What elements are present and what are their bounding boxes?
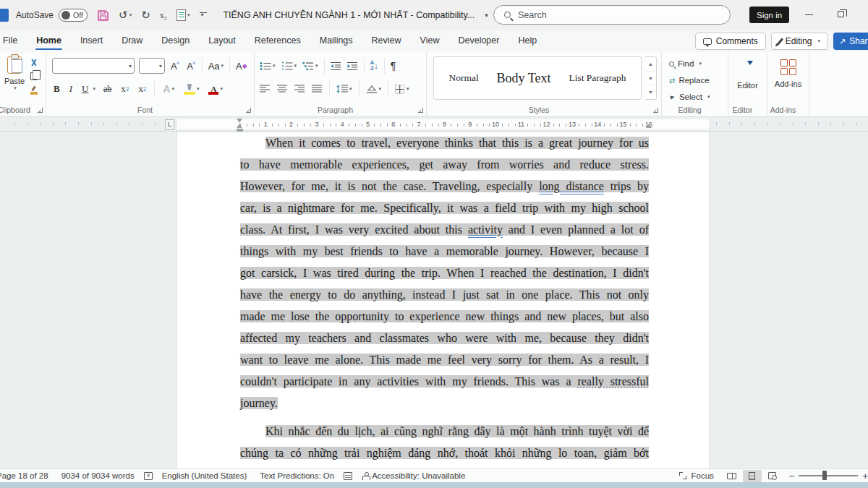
format-painter-button[interactable] [30, 86, 38, 95]
show-formatting-button[interactable]: ¶ [391, 60, 396, 72]
bold-button[interactable]: B [52, 83, 61, 95]
decrease-indent-button[interactable] [331, 61, 341, 71]
font-size-combo[interactable]: ▾ [139, 58, 165, 74]
tab-stop-selector[interactable]: L [165, 119, 174, 130]
underline-button[interactable]: U [80, 83, 90, 95]
borders-button[interactable]: ▾ [395, 85, 409, 94]
styles-more-button[interactable]: ▼ [645, 85, 656, 99]
text-predictions-status[interactable]: Text Predictions: On [253, 471, 341, 480]
text-predictions-icon[interactable] [344, 472, 352, 480]
document-page[interactable]: When it comes to travel, everyone thinks… [177, 132, 709, 468]
tab-file[interactable]: File [0, 31, 27, 51]
clear-formatting-button[interactable]: A◆ [234, 61, 249, 72]
tab-layout[interactable]: Layout [199, 31, 245, 51]
accessibility-status[interactable]: Accessibility: Unavailable [372, 471, 472, 480]
word-count-status[interactable]: 9034 of 9034 words [55, 471, 141, 480]
share-button[interactable]: ↗ Share [833, 33, 868, 50]
zoom-in-button[interactable]: + [862, 471, 868, 481]
language-status[interactable]: English (United States) [156, 471, 254, 480]
hanging-indent-marker[interactable] [237, 124, 243, 132]
search-box[interactable] [493, 5, 731, 25]
align-center-button[interactable] [277, 85, 288, 93]
restore-button[interactable] [838, 11, 844, 17]
tab-insert[interactable]: Insert [71, 31, 112, 51]
cut-button[interactable] [29, 58, 38, 67]
style-list-paragraph[interactable]: List Paragraph [569, 72, 626, 84]
minimize-button[interactable] [805, 14, 813, 15]
comments-button[interactable]: Comments [695, 33, 766, 50]
styles-dialog-launcher[interactable] [653, 108, 658, 113]
sort-button[interactable]: AZ↓ [370, 60, 378, 72]
save-button[interactable] [97, 9, 109, 22]
page-number-status[interactable]: Page 18 of 28 [0, 471, 55, 480]
proofing-errors-icon[interactable] [144, 472, 153, 480]
style-normal[interactable]: Normal [448, 72, 478, 84]
autosave-toggle[interactable]: Off [59, 9, 88, 22]
tab-design[interactable]: Design [152, 31, 199, 51]
ruler[interactable]: L 12345678910111213141516 [0, 118, 868, 132]
undo-button[interactable]: ↺▾ [119, 9, 132, 22]
superscript-button[interactable]: x2 [137, 83, 148, 95]
bullets-button[interactable]: ▾ [260, 61, 276, 71]
justify-button[interactable] [312, 85, 323, 93]
addins-button[interactable]: Add-ins [767, 59, 809, 88]
english-paragraph[interactable]: When it comes to travel, everyone thinks… [240, 132, 649, 414]
increase-indent-button[interactable] [347, 61, 358, 71]
tab-home[interactable]: Home [27, 31, 71, 51]
search-input[interactable] [518, 10, 692, 20]
quick-access-overflow-button[interactable] [200, 12, 207, 18]
editing-mode-button[interactable]: Editing ▾ [771, 33, 828, 50]
tab-developer[interactable]: Developer [448, 31, 509, 51]
line-spacing-button[interactable]: ▾ [336, 85, 352, 93]
styles-scroll-down-button[interactable]: ▼ [645, 72, 656, 86]
clipboard-dialog-launcher[interactable] [38, 108, 43, 113]
focus-button[interactable]: Focus [691, 471, 720, 480]
tab-references[interactable]: References [245, 31, 310, 51]
subscript-button[interactable]: x2 [119, 83, 130, 95]
text-effects-button[interactable]: A▾ [161, 83, 176, 95]
shrink-font-button[interactable]: A˅ [185, 61, 197, 72]
web-layout-button[interactable] [763, 470, 782, 482]
zoom-slider-handle[interactable] [822, 471, 827, 480]
font-dialog-launcher[interactable] [246, 108, 251, 113]
paragraph-dialog-launcher[interactable] [418, 108, 423, 113]
print-layout-button[interactable] [743, 470, 762, 482]
read-mode-button[interactable] [723, 470, 741, 482]
right-indent-marker[interactable] [646, 124, 652, 128]
editor-button[interactable]: Editor [728, 59, 767, 90]
vietnamese-paragraph[interactable]: Khi nhắc đến du lịch, ai cũng nghĩ rằng … [240, 421, 649, 468]
strikethrough-button[interactable]: ab [102, 84, 113, 95]
font-color-button[interactable]: A▾ [207, 84, 224, 95]
zoom-slider[interactable] [799, 475, 858, 476]
tab-mailings[interactable]: Mailings [310, 31, 362, 51]
align-right-button[interactable] [294, 85, 305, 93]
title-chevron-down-icon[interactable]: ▾ [485, 12, 488, 19]
find-button[interactable]: Find ▾ [669, 59, 702, 68]
copy-button[interactable] [30, 72, 37, 80]
sign-in-button[interactable]: Sign in [749, 7, 789, 23]
paste-button[interactable]: Paste ▾ [1, 56, 27, 91]
tab-view[interactable]: View [411, 31, 449, 51]
redo-button[interactable]: ↻ [141, 9, 150, 22]
replace-button[interactable]: ⇄ Replace [669, 76, 710, 85]
style-body-text[interactable]: Body Text [497, 71, 551, 86]
numbering-button[interactable]: ▾ [281, 61, 297, 71]
shading-button[interactable]: ▾ [366, 85, 382, 94]
tab-help[interactable]: Help [509, 31, 546, 51]
select-button[interactable]: ► Select ▾ [669, 93, 710, 101]
zoom-out-button[interactable]: − [789, 471, 795, 481]
change-case-button[interactable]: Aa▾ [207, 61, 225, 72]
tab-draw[interactable]: Draw [112, 31, 152, 51]
styles-scroll-up-button[interactable]: ▲ [645, 57, 656, 72]
font-name-combo[interactable]: ▾ [52, 58, 135, 74]
subscript-quick-button[interactable]: x₂ [160, 10, 167, 21]
tab-review[interactable]: Review [362, 31, 411, 51]
first-line-indent-marker[interactable] [237, 119, 242, 123]
paste-special-quick-button[interactable]: ▾ [176, 9, 190, 21]
document-text[interactable]: When it comes to travel, everyone thinks… [240, 132, 649, 468]
multilevel-list-button[interactable]: ▾ [302, 61, 318, 71]
text-highlight-button[interactable]: ▾ [182, 84, 201, 95]
align-left-button[interactable] [260, 85, 271, 93]
italic-button[interactable]: I [68, 83, 74, 95]
grow-font-button[interactable]: A˄ [169, 61, 181, 72]
